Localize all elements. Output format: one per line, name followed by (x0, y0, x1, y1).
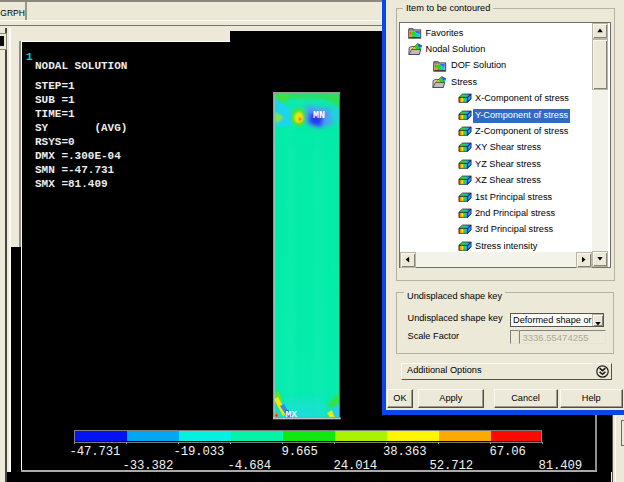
svg-text:MN: MN (313, 110, 325, 121)
svg-text:MX: MX (286, 409, 298, 420)
